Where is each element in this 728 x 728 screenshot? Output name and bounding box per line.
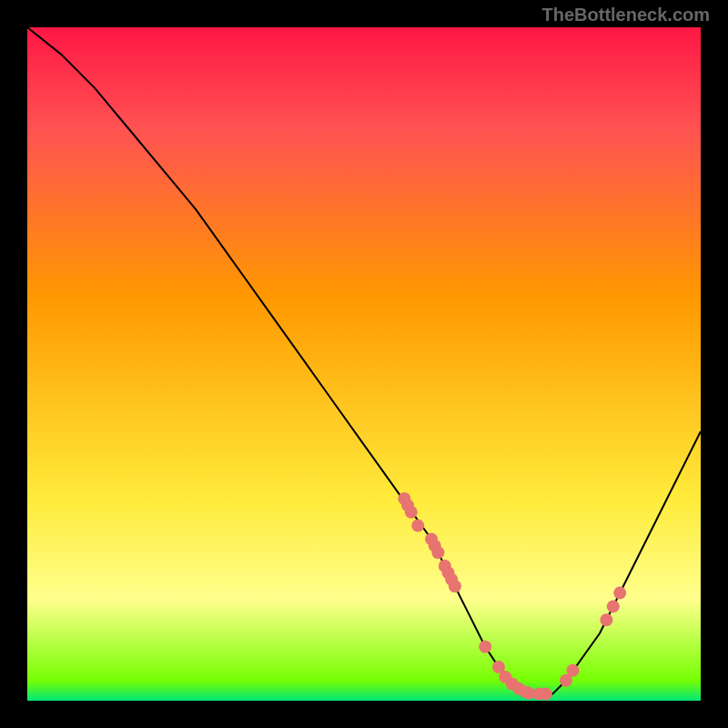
scatter-dot [613, 587, 626, 600]
scatter-dot [431, 546, 444, 559]
scatter-dot [411, 520, 424, 532]
scatter-dot [600, 613, 612, 626]
scatter-dot [405, 506, 418, 519]
bottleneck-curve [27, 27, 701, 694]
scatter-dot [540, 688, 552, 701]
scatter-dot [449, 580, 461, 592]
chart-plot-area [27, 27, 701, 701]
scatter-dot [566, 664, 579, 677]
scatter-dot [607, 600, 620, 612]
scatter-points-group [398, 492, 626, 701]
scatter-dot [479, 641, 491, 653]
chart-svg [27, 27, 701, 701]
watermark-text: TheBottleneck.com [542, 5, 710, 25]
